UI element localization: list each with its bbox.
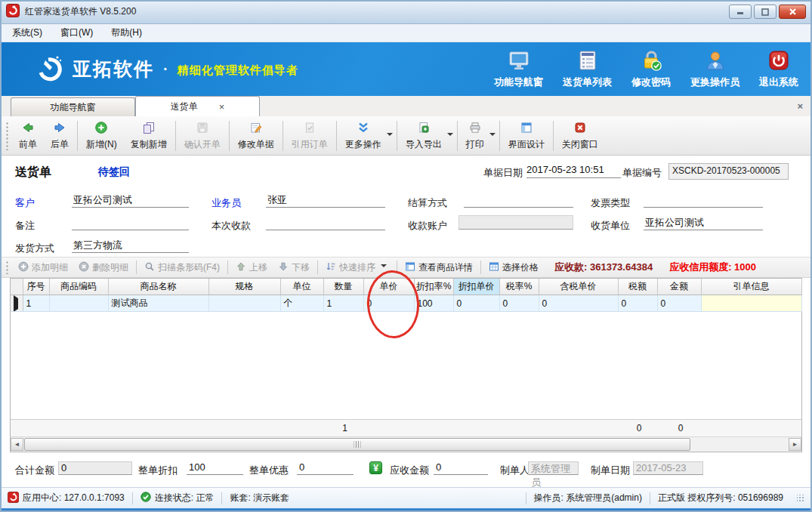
ship-method-field[interactable]: 第三方物流 [72,239,189,253]
cell-discount-price[interactable]: 0 [453,295,499,312]
select-price-button[interactable]: 选择价格 [483,261,544,274]
grid-empty-area [11,312,801,419]
cell-amount[interactable]: 0 [657,295,701,312]
col-tax[interactable]: 税额 [618,279,657,295]
tabstrip-close-icon[interactable]: × [797,100,803,112]
col-unit[interactable]: 单位 [280,279,323,295]
scroll-left-icon[interactable]: ◄ [11,438,23,451]
col-tax-rate[interactable]: 税率% [499,279,539,295]
dropdown-arrow-icon[interactable] [489,133,496,139]
minimize-button[interactable] [729,5,752,19]
col-name[interactable]: 商品名称 [108,279,208,295]
change-password-button[interactable]: 修改密码 [631,49,671,89]
print-button[interactable]: 打印 [459,119,491,153]
col-amount[interactable]: 金额 [657,279,701,295]
tab-close-icon[interactable]: × [219,101,225,113]
delivery-list-button[interactable]: 送货单列表 [563,49,612,89]
view-product-detail-button[interactable]: 查看商品详情 [400,261,478,274]
yen-icon[interactable]: ¥ [369,461,382,474]
cell-unit[interactable]: 个 [280,295,323,312]
cell-code[interactable] [49,295,108,312]
cell-price[interactable]: 0 [363,295,414,312]
table-row: 1 测试商品 个 1 0 100 0 0 0 0 0 [11,295,801,312]
remark-field[interactable] [72,216,189,230]
connection-status: 连接状态: 正常 [140,492,215,504]
separator [227,261,228,274]
doc-date-field[interactable]: 2017-05-23 10:51 [526,164,621,178]
invoice-type-field[interactable] [644,193,763,208]
exit-system-button[interactable]: 退出系统 [759,49,798,89]
cell-spec[interactable] [208,295,280,312]
col-spec[interactable]: 规格 [208,279,280,295]
col-discount-rate[interactable]: 折扣率% [414,279,453,295]
close-button[interactable] [779,5,806,19]
menu-help[interactable]: 帮助(H) [111,26,142,39]
customer-field[interactable]: 亚拓公司测试 [72,193,189,208]
scrollbar-thumb[interactable] [24,438,690,451]
maker-field: 系统管理员 [528,461,579,475]
row-selector-cell[interactable] [11,295,23,312]
dropdown-arrow-icon[interactable] [387,133,393,139]
col-qty[interactable]: 数量 [323,279,363,295]
prev-order-button[interactable]: 前单 [12,119,44,153]
tab-delivery-order[interactable]: 送货单 × [135,96,260,116]
banner: 亚拓软件 · 精细化管理软件倡导者 功能导航窗 送货单列表 修改密码 更换操作员 [0,42,812,96]
edit-order-button[interactable]: 修改单据 [231,119,281,153]
customer-label: 客户 [15,196,35,210]
detail-toolbar: 添加明细 删除明细 扫描条形码(F4) 上移 下移 快速排序 查看商品 [0,257,812,278]
col-code[interactable]: 商品编码 [49,279,108,295]
horizontal-scrollbar[interactable]: ◄ ► [11,436,801,452]
next-order-button[interactable]: 后单 [44,119,76,153]
cell-discount-rate[interactable]: 100 [414,295,453,312]
order-offer-field[interactable]: 0 [297,461,354,475]
cell-seq[interactable]: 1 [23,295,49,312]
cell-tax-rate[interactable]: 0 [499,295,539,312]
app-center-status: 应用中心: 127.0.0.1:7093 [8,492,125,505]
copy-new-button[interactable]: 复制新增 [124,119,174,153]
salesman-field[interactable]: 张亚 [266,193,385,208]
salesman-label: 业务员 [211,196,241,210]
close-window-button[interactable]: 关闭窗口 [555,119,605,153]
nav-window-button[interactable]: 功能导航窗 [494,49,543,89]
maximize-button[interactable] [754,5,776,19]
separator [526,492,526,504]
scroll-right-icon[interactable]: ► [789,438,801,451]
remark-label: 备注 [15,219,35,233]
import-export-button[interactable]: 导入导出 [399,119,449,153]
cell-ref-info[interactable] [701,295,801,312]
receiver-field[interactable]: 亚拓公司测试 [644,216,763,230]
detail-grid: 序号 商品编码 商品名称 规格 单位 数量 单价 折扣率% 折扣单价 税率% 含… [10,278,802,452]
header-row: 序号 商品编码 商品名称 规格 单位 数量 单价 折扣率% 折扣单价 税率% 含… [11,279,801,295]
order-discount-label: 整单折扣 [138,464,178,477]
col-ref-info[interactable]: 引单信息 [701,279,801,295]
order-discount-field[interactable]: 100 [187,461,243,475]
separator [397,261,397,274]
save-icon [196,121,209,137]
resize-grip[interactable] [797,495,804,502]
payment-field[interactable] [266,216,385,230]
menu-system[interactable]: 系统(S) [12,26,42,39]
new-button[interactable]: 新增(N) [79,119,124,153]
brand-logo-icon [35,53,65,86]
col-discount-price[interactable]: 折扣单价 [453,279,499,295]
due-amount-field[interactable]: 0 [434,461,488,475]
cell-qty[interactable]: 1 [323,295,363,312]
cell-name[interactable]: 测试商品 [108,295,208,312]
col-tax-incl-price[interactable]: 含税单价 [539,279,618,295]
cell-tax-incl-price[interactable]: 0 [539,295,618,312]
toolbar-grip [6,122,8,150]
detail-table: 序号 商品编码 商品名称 规格 单位 数量 单价 折扣率% 折扣单价 税率% 含… [11,279,802,312]
separator [136,261,137,274]
col-seq[interactable]: 序号 [23,279,49,295]
credit-limit: 应收信用额度: 1000 [669,261,756,274]
ui-design-button[interactable]: 界面设计 [502,119,551,153]
settlement-field[interactable] [464,193,573,208]
menu-window[interactable]: 窗口(W) [60,26,93,39]
more-actions-button[interactable]: 更多操作 [338,119,388,153]
col-price[interactable]: 单价 [363,279,414,295]
sort-icon [326,261,336,274]
cell-tax[interactable]: 0 [618,295,657,312]
dropdown-arrow-icon[interactable] [447,133,453,139]
switch-operator-button[interactable]: 更换操作员 [690,49,739,89]
tab-nav-window[interactable]: 功能导航窗 [11,97,135,116]
